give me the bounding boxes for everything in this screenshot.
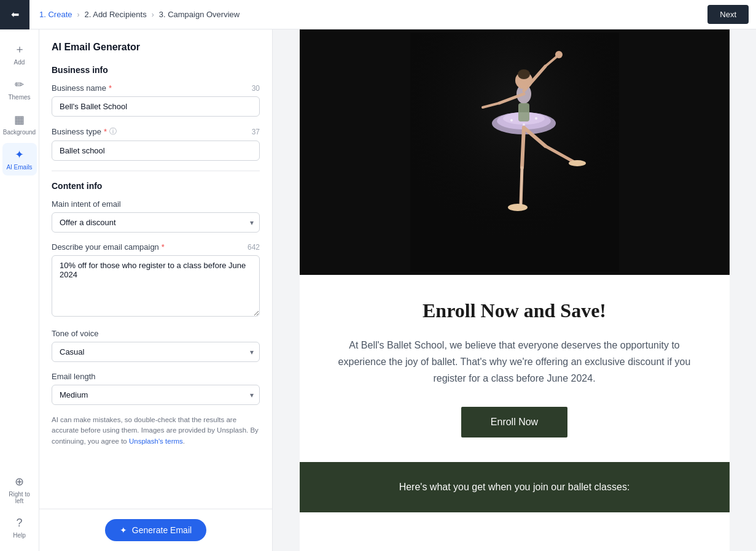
help-label: Help (13, 532, 26, 539)
sparkle-icon: ✦ (120, 525, 127, 535)
main-intent-field: Main intent of email Offer a discount Pr… (52, 199, 260, 233)
step-overview[interactable]: 3. Campaign Overview (159, 10, 240, 19)
main-intent-select[interactable]: Offer a discount Promote an event Share … (52, 212, 260, 233)
icon-sidebar: ＋ Add ✏ Themes ▦ Background ✦ AI Emails … (0, 29, 39, 551)
sep-2: › (152, 10, 154, 19)
help-icon: ? (16, 517, 22, 530)
enroll-now-button[interactable]: Enroll Now (461, 407, 567, 437)
step-create[interactable]: 1. Create (39, 10, 72, 19)
tone-label: Tone of voice (52, 329, 99, 338)
main-intent-label: Main intent of email (52, 199, 121, 209)
sidebar-item-add[interactable]: ＋ Add (2, 37, 37, 71)
unsplash-link[interactable]: Unsplash's terms (129, 437, 183, 445)
next-button[interactable]: Next (707, 5, 749, 24)
breadcrumb: 1. Create › 2. Add Recipients › 3. Campa… (29, 10, 707, 19)
info-icon[interactable]: ⓘ (109, 126, 117, 137)
step-recipients[interactable]: 2. Add Recipients (84, 10, 146, 19)
sidebar-item-background[interactable]: ▦ Background (2, 108, 37, 141)
email-length-select-wrapper: Short Medium Long ▾ (52, 385, 260, 405)
email-preview: Enroll Now and Save! At Bell's Ballet Sc… (300, 29, 730, 551)
background-icon: ▦ (14, 113, 25, 126)
business-type-required: * (104, 127, 107, 136)
ai-emails-icon: ✦ (15, 148, 24, 161)
business-name-label: Business name * (52, 83, 112, 93)
right-to-left-icon: ⊕ (15, 475, 24, 488)
content-section-title: Content info (52, 181, 260, 191)
main-intent-select-wrapper: Offer a discount Promote an event Share … (52, 212, 260, 233)
disclaimer-text: AI can make mistakes, so double-check th… (52, 415, 260, 447)
themes-icon: ✏ (15, 78, 24, 91)
main-layout: ＋ Add ✏ Themes ▦ Background ✦ AI Emails … (0, 29, 756, 551)
themes-label: Themes (8, 94, 30, 101)
generate-email-button[interactable]: ✦ Generate Email (105, 519, 206, 541)
email-footer-text: Here's what you get when you join our ba… (324, 482, 705, 493)
business-type-input[interactable] (52, 141, 260, 161)
email-body-text: At Bell's Ballet School, we believe that… (337, 337, 693, 387)
dancer-background (300, 29, 730, 275)
tone-of-voice-field: Tone of voice Casual Formal Friendly Pro… (52, 329, 260, 362)
tone-select-wrapper: Casual Formal Friendly Professional ▾ (52, 342, 260, 362)
right-to-left-label: Right to left (5, 491, 34, 504)
panel-footer: ✦ Generate Email (39, 509, 272, 551)
business-type-field: Business type * ⓘ 37 (52, 126, 260, 161)
sidebar-item-themes[interactable]: ✏ Themes (2, 73, 37, 106)
sidebar-item-ai-emails[interactable]: ✦ AI Emails (2, 143, 37, 175)
email-hero-image (300, 29, 730, 275)
panel-title: AI Email Generator (52, 42, 260, 53)
top-navigation: ⬅ 1. Create › 2. Add Recipients › 3. Cam… (0, 0, 756, 29)
business-name-required: * (109, 83, 112, 93)
business-name-field: Business name * 30 (52, 83, 260, 117)
ballet-dancer-svg (410, 33, 619, 272)
sidebar-item-help[interactable]: ? Help (2, 512, 37, 544)
campaign-desc-required: * (162, 242, 165, 252)
campaign-description-textarea[interactable]: 10% off for those who register to a clas… (52, 255, 260, 317)
email-length-label: Email length (52, 372, 96, 381)
section-divider (52, 171, 260, 171)
sidebar-item-right-to-left[interactable]: ⊕ Right to left (2, 470, 37, 509)
campaign-description-field: Describe your email campaign * 642 10% o… (52, 242, 260, 319)
background-label: Background (3, 129, 36, 136)
email-body: Enroll Now and Save! At Bell's Ballet Sc… (300, 275, 730, 462)
email-footer-dark: Here's what you get when you join our ba… (300, 462, 730, 512)
email-headline: Enroll Now and Save! (337, 299, 693, 322)
campaign-desc-char-count: 642 (247, 243, 260, 252)
email-preview-area: Enroll Now and Save! At Bell's Ballet Sc… (273, 29, 756, 551)
add-icon: ＋ (14, 42, 25, 56)
collapse-icon: ⬅ (11, 9, 19, 20)
business-name-char-count: 30 (252, 84, 260, 93)
svg-rect-23 (410, 33, 619, 272)
ai-emails-label: AI Emails (6, 164, 32, 171)
campaign-desc-label: Describe your email campaign * (52, 242, 165, 252)
business-type-label: Business type * ⓘ (52, 126, 117, 137)
business-section-title: Business info (52, 65, 260, 75)
sep-1: › (77, 10, 79, 19)
add-label: Add (14, 59, 25, 66)
email-length-field: Email length Short Medium Long ▾ (52, 372, 260, 405)
tone-select[interactable]: Casual Formal Friendly Professional (52, 342, 260, 362)
collapse-button[interactable]: ⬅ (0, 0, 29, 29)
ai-email-panel: AI Email Generator Business info Busines… (39, 29, 273, 551)
email-length-select[interactable]: Short Medium Long (52, 385, 260, 405)
business-type-char-count: 37 (252, 128, 260, 136)
business-name-input[interactable] (52, 96, 260, 117)
